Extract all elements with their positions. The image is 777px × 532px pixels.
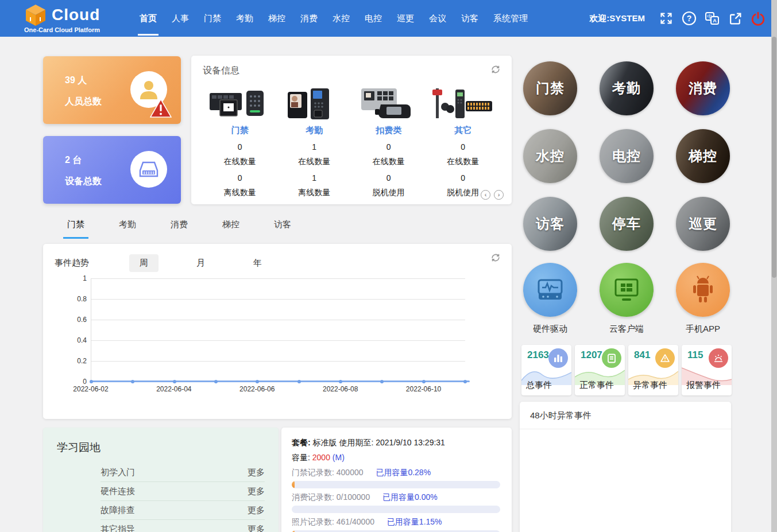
nav-patrol[interactable]: 巡更 <box>395 2 416 36</box>
line-chart-plot: 1 0.8 0.6 0.4 0.2 0 <box>91 278 465 382</box>
record-row: 照片记录数: 461/40000 已用容量1.15% <box>292 517 500 527</box>
nav-home[interactable]: 首页 <box>138 2 159 36</box>
more-link[interactable]: 更多 <box>248 505 265 516</box>
stat-label: 异常事件 <box>633 380 667 391</box>
nav-meeting[interactable]: 会议 <box>427 2 448 36</box>
device-column-deduction: 扣费类 0 在线数量 0 脱机使用 <box>351 85 426 198</box>
app-link-label: 硬件驱动 <box>523 324 577 335</box>
device-stat-value: 1 <box>277 173 352 182</box>
tab-visitor[interactable]: 访客 <box>270 219 295 239</box>
tile-label: 消费 <box>689 79 717 98</box>
tile-parking[interactable]: 停车 <box>600 197 654 251</box>
device-category-link[interactable]: 其它 <box>426 125 501 136</box>
plan-label: 套餐: <box>292 438 311 447</box>
nav-water-control[interactable]: 水控 <box>331 2 351 36</box>
tile-attendance[interactable]: 考勤 <box>600 61 654 115</box>
nav-consume[interactable]: 消费 <box>299 2 319 36</box>
x-tick: 2022-06-02 <box>73 385 108 393</box>
app-link-label: 手机APP <box>676 324 730 335</box>
tile-access-control[interactable]: 门禁 <box>523 61 577 115</box>
device-stat-label: 在线数量 <box>351 157 426 167</box>
device-stat-label: 在线数量 <box>277 157 352 167</box>
tile-consume[interactable]: 消费 <box>676 61 730 115</box>
tile-electric-control[interactable]: 电控 <box>600 129 654 183</box>
nav-electric-control[interactable]: 电控 <box>363 2 384 36</box>
nav-elevator-control[interactable]: 梯控 <box>266 2 287 36</box>
brand-title: Cloud <box>52 6 100 24</box>
brand-logo[interactable]: Cloud One-Card Cloud Platform <box>24 3 133 33</box>
x-tick: 2022-06-08 <box>323 385 358 393</box>
abnormal-events-card[interactable]: 841 异常事件 <box>628 345 678 395</box>
record-used: 已用容量0.28% <box>376 468 431 477</box>
range-month-button[interactable]: 月 <box>186 254 215 272</box>
tab-elevator[interactable]: 梯控 <box>218 219 243 239</box>
cube-logo-icon <box>24 3 47 26</box>
more-link[interactable]: 更多 <box>248 486 265 497</box>
record-row: 消费记录数: 0/100000 已用容量0.00% <box>292 492 500 503</box>
welcome-user-label: 欢迎:SYSTEM <box>589 13 645 24</box>
translate-icon[interactable]: 中 A <box>705 11 720 26</box>
learning-title: 学习园地 <box>57 440 265 455</box>
y-tick: 0.4 <box>77 336 87 344</box>
record-value: 461/40000 <box>337 517 374 526</box>
svg-text:A: A <box>713 18 717 24</box>
tile-visitor[interactable]: 访客 <box>523 197 577 251</box>
tab-access-control[interactable]: 门禁 <box>63 219 88 239</box>
alarm-icon <box>709 348 728 368</box>
document-icon <box>602 348 621 368</box>
open-new-window-icon[interactable] <box>728 11 743 26</box>
tile-elevator-control[interactable]: 梯控 <box>676 129 730 183</box>
event-stats-row: 2163 总事件 1207 正常事件 841 异常事件 115 <box>521 345 732 395</box>
device-column-attendance: 考勤 1 在线数量 1 离线数量 <box>277 85 352 198</box>
deduction-device-image <box>351 85 426 121</box>
nav-visitor[interactable]: 访客 <box>459 2 480 36</box>
normal-events-card[interactable]: 1207 正常事件 <box>575 345 625 395</box>
hardware-driver-link[interactable]: 硬件驱动 <box>523 263 577 335</box>
device-stat-value: 0 <box>203 142 277 152</box>
tile-label: 梯控 <box>689 147 717 165</box>
nav-system-management[interactable]: 系统管理 <box>492 2 529 36</box>
help-icon[interactable]: ? <box>682 11 697 26</box>
carousel-next-icon[interactable]: › <box>494 190 504 200</box>
record-row: 门禁记录数: 400000 已用容量0.28% <box>292 468 500 478</box>
tile-water-control[interactable]: 水控 <box>523 129 577 183</box>
more-link[interactable]: 更多 <box>248 524 265 532</box>
svg-text:?: ? <box>687 14 692 23</box>
nav-attendance[interactable]: 考勤 <box>234 2 255 36</box>
stat-value: 1207 <box>581 350 602 361</box>
mobile-app-link[interactable]: 手机APP <box>676 263 730 335</box>
tile-label: 巡更 <box>689 215 717 233</box>
tab-attendance[interactable]: 考勤 <box>115 219 140 239</box>
hardware-driver-icon <box>523 263 577 317</box>
progress-bar <box>292 506 500 513</box>
carousel-prev-icon[interactable]: ‹ <box>481 190 490 200</box>
list-item: 初学入门 更多 <box>100 463 265 482</box>
device-category-link[interactable]: 考勤 <box>277 125 352 136</box>
device-stat-value: 1 <box>277 142 352 152</box>
refresh-icon[interactable] <box>490 252 501 263</box>
page-scrollbar[interactable] <box>771 0 777 532</box>
power-logout-icon[interactable] <box>751 11 766 26</box>
device-category-link[interactable]: 门禁 <box>203 125 277 136</box>
device-column-access: 门禁 0 在线数量 0 离线数量 <box>203 85 277 198</box>
more-link[interactable]: 更多 <box>248 467 265 478</box>
app-link-label: 云客户端 <box>600 324 654 335</box>
nav-access-control[interactable]: 门禁 <box>202 2 223 36</box>
cloud-client-link[interactable]: 云客户端 <box>600 263 654 335</box>
total-events-card[interactable]: 2163 总事件 <box>521 345 571 395</box>
brand-subtitle: One-Card Cloud Platform <box>24 26 100 33</box>
device-info-panel: 设备信息 门禁 0 在线数量 0 离 <box>191 56 512 204</box>
refresh-icon[interactable] <box>490 64 501 75</box>
quick-app-grid: 门禁 考勤 消费 水控 电控 梯控 访客 停车 巡更 <box>523 61 730 251</box>
stat-value: 841 <box>634 350 650 361</box>
tab-consume[interactable]: 消费 <box>167 219 192 239</box>
capacity-unit: (M) <box>333 453 345 462</box>
nav-personnel[interactable]: 人事 <box>170 2 191 36</box>
range-week-button[interactable]: 周 <box>129 254 159 272</box>
tile-patrol[interactable]: 巡更 <box>676 197 730 251</box>
range-year-button[interactable]: 年 <box>243 254 272 272</box>
device-category-link[interactable]: 扣费类 <box>351 125 426 136</box>
fullscreen-icon[interactable] <box>659 11 674 26</box>
range-toggle: 周 月 年 <box>129 254 272 272</box>
alarm-events-card[interactable]: 115 报警事件 <box>682 345 732 395</box>
